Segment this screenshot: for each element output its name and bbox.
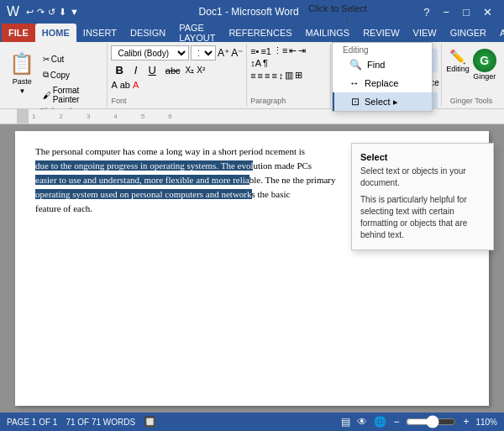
clipboard-group: 📋 Paste ▼ ✂ Cut ⧉ Copy 🖌 Format Painter: [3, 44, 108, 107]
word-logo-icon: W: [7, 4, 19, 19]
tab-references[interactable]: REFERENCES: [222, 24, 298, 42]
doc-feature: feature of each.: [35, 203, 92, 213]
grow-font-button[interactable]: A⁺: [218, 47, 229, 59]
tab-page-layout[interactable]: PAGE LAYOUT: [172, 24, 222, 42]
font-group: Calibri (Body) 11 A⁺ A⁻ B I U abc X₂ X² …: [108, 44, 247, 107]
copy-icon: ⧉: [43, 70, 49, 80]
ginger-logo-icon: G: [473, 49, 496, 72]
ginger-group-label: Ginger Tools: [450, 97, 492, 105]
help-button[interactable]: ?: [418, 4, 434, 20]
track-changes-icon: 🔲: [144, 416, 156, 428]
doc-line2-selected: due to the ongoing progress in operating…: [35, 160, 253, 171]
tab-design[interactable]: DESIGN: [123, 24, 172, 42]
paste-label: Paste: [13, 77, 32, 86]
paragraph-group: ≡• ≡1 ⋮≡ ⇤ ⇥ ↕A ¶ ≡ ≡ ≡ ≡ ↕ ▥ ⊞ Paragrap…: [247, 44, 331, 107]
ginger-button[interactable]: G Ginger: [473, 49, 496, 81]
shrink-font-button[interactable]: A⁻: [231, 47, 243, 59]
sort-button[interactable]: ↕A: [250, 58, 261, 68]
replace-menu-icon: ↔: [349, 77, 360, 89]
select-menu-label: Select ▸: [365, 97, 398, 108]
multilevel-list-button[interactable]: ⋮≡: [273, 45, 287, 56]
editing-dropdown-label: Editing: [333, 43, 432, 55]
tooltip-body2: This is particularly helpful for selecti…: [360, 194, 485, 241]
replace-menu-item[interactable]: ↔ Replace: [333, 74, 432, 92]
align-right-button[interactable]: ≡: [265, 71, 270, 81]
ginger-group: ✏️ Editing G Ginger Ginger Tools: [442, 44, 501, 107]
status-bar: PAGE 1 OF 1 71 OF 71 WORDS 🔲 ▤ 👁 🌐 − + 1…: [0, 413, 504, 431]
format-painter-icon: 🖌: [43, 91, 51, 100]
superscript-button[interactable]: X²: [197, 66, 205, 75]
tooltip-title: Select: [360, 152, 485, 162]
tab-home[interactable]: HOME: [35, 24, 76, 42]
decrease-indent-button[interactable]: ⇤: [289, 45, 297, 56]
restore-button[interactable]: □: [458, 4, 475, 20]
doc-basic: s the basic: [252, 189, 291, 199]
tab-mailings[interactable]: MAILINGS: [299, 24, 357, 42]
select-tooltip: Select Select text or objects in your do…: [351, 143, 494, 250]
tab-view[interactable]: VIEW: [407, 24, 444, 42]
doc-line2-end: ution made PCs: [253, 160, 312, 171]
find-menu-icon: 🔍: [349, 59, 362, 71]
bullets-button[interactable]: ≡•: [250, 46, 259, 56]
title-bar-controls[interactable]: ? − □ ✕: [418, 4, 497, 20]
bold-button[interactable]: B: [111, 62, 127, 78]
word-count: 71 OF 71 WORDS: [66, 418, 135, 427]
show-formatting-button[interactable]: ¶: [263, 58, 268, 68]
tab-insert[interactable]: INSERT: [76, 24, 123, 42]
paste-icon: 📋: [9, 52, 34, 76]
copy-label: Copy: [50, 71, 70, 80]
tab-ginger[interactable]: GINGER: [444, 24, 493, 42]
tab-review[interactable]: REVIEW: [356, 24, 406, 42]
doc-ncement: ncement is: [265, 146, 305, 156]
zoom-out-button[interactable]: −: [393, 416, 399, 428]
tab-file[interactable]: FILE: [2, 24, 35, 42]
find-menu-item[interactable]: 🔍 Find: [333, 55, 432, 74]
zoom-slider[interactable]: [406, 417, 456, 427]
editing-dropdown-menu: Editing 🔍 Find ↔ Replace ⊡ Select ▸: [332, 42, 433, 112]
ribbon: 📋 Paste ▼ ✂ Cut ⧉ Copy 🖌 Format Painter: [0, 42, 504, 109]
font-color-button[interactable]: A: [133, 80, 139, 90]
increase-indent-button[interactable]: ⇥: [298, 45, 306, 56]
subscript-button[interactable]: X₂: [186, 66, 195, 75]
underline-button[interactable]: U: [144, 62, 160, 78]
title-bar-title: Doc1 - Microsoft Word: [79, 6, 418, 18]
view-normal-icon[interactable]: ▤: [341, 416, 350, 428]
copy-button[interactable]: ⧉ Copy: [39, 67, 104, 82]
select-menu-item[interactable]: ⊡ Select ▸: [333, 92, 432, 111]
format-painter-button[interactable]: 🖌 Format Painter: [39, 83, 104, 107]
minimize-button[interactable]: −: [438, 4, 455, 20]
line-spacing-button[interactable]: ↕: [279, 71, 284, 81]
page-count: PAGE 1 OF 1: [7, 418, 57, 427]
align-center-button[interactable]: ≡: [258, 71, 263, 81]
italic-button[interactable]: I: [130, 62, 142, 78]
view-read-icon[interactable]: 👁: [357, 416, 367, 428]
tooltip-body1: Select text or objects in your document.: [360, 166, 485, 189]
ribbon-tabs: FILE HOME INSERT DESIGN PAGE LAYOUT REFE…: [0, 24, 504, 42]
select-menu-icon: ⊡: [351, 96, 360, 108]
doc-line3-end: ble. The: [249, 175, 280, 185]
title-bar-left: W ↩ ↷ ↺ ⬇ ▼: [7, 4, 79, 19]
borders-button[interactable]: ⊞: [295, 70, 302, 81]
font-size-select[interactable]: 11: [191, 45, 216, 60]
strikethrough-button[interactable]: abc: [163, 65, 183, 76]
justify-button[interactable]: ≡: [271, 71, 276, 81]
close-button[interactable]: ✕: [478, 4, 497, 20]
zoom-level: 110%: [475, 418, 497, 427]
paste-button[interactable]: 📋 Paste ▼: [7, 49, 38, 98]
zoom-in-button[interactable]: +: [463, 416, 469, 428]
view-web-icon[interactable]: 🌐: [374, 416, 386, 428]
font-family-select[interactable]: Calibri (Body): [111, 45, 189, 60]
replace-menu-label: Replace: [365, 78, 398, 88]
tab-acrobat[interactable]: ACROB...: [493, 24, 504, 42]
paragraph-group-label: Paragraph: [250, 97, 327, 105]
text-effects-button[interactable]: A: [111, 80, 117, 90]
cut-button[interactable]: ✂ Cut: [39, 52, 104, 66]
shading-button[interactable]: ▥: [285, 70, 293, 81]
numbering-button[interactable]: ≡1: [260, 46, 271, 56]
highlight-button[interactable]: ab: [120, 80, 130, 90]
align-left-button[interactable]: ≡: [250, 71, 255, 81]
editing-ginger-button[interactable]: ✏️ Editing: [446, 49, 470, 81]
paste-dropdown-arrow[interactable]: ▼: [18, 87, 25, 95]
doc-primary: ne the primary: [281, 175, 335, 185]
font-group-label: Font: [111, 97, 243, 105]
